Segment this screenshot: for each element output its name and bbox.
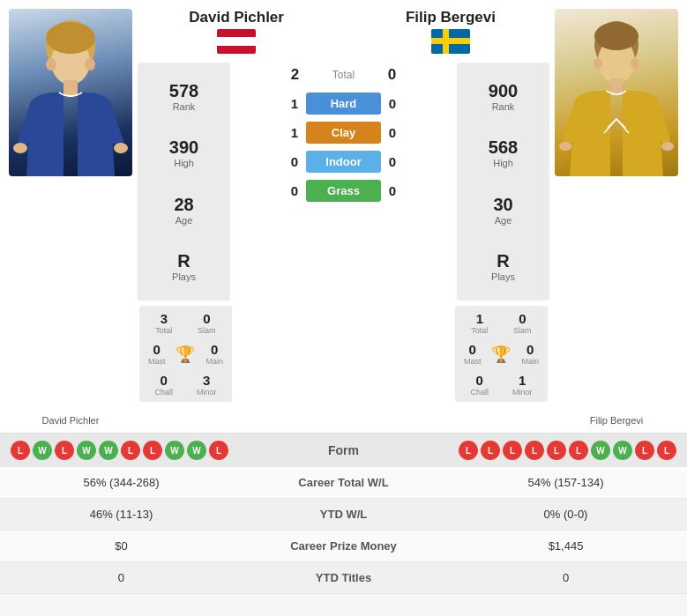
right-mast-lbl: Mast (464, 357, 482, 366)
left-minor-lbl: Minor (197, 388, 217, 397)
left-total-slam-row: 3 Total 0 Slam (143, 311, 228, 335)
right-minor-val: 1 (519, 373, 526, 388)
svg-point-17 (559, 142, 571, 151)
left-player-name: David Pichler (189, 9, 284, 26)
form-ball-left-w: W (165, 441, 184, 460)
right-slam-val: 0 (519, 311, 526, 326)
form-ball-right-l: L (635, 441, 654, 460)
right-minor-lbl: Minor (512, 388, 533, 397)
form-ball-right-w: W (613, 441, 632, 460)
left-total-val: 3 (161, 311, 168, 326)
form-ball-right-l: L (547, 441, 566, 460)
clay-right: 0 (381, 125, 404, 140)
right-plays-stat: R Plays (491, 251, 515, 282)
right-high-stat: 568 High (489, 137, 518, 168)
main-container: David Pichler Filip Bergevi (0, 0, 687, 594)
portrait-names-row: David Pichler Filip Bergevi (0, 411, 687, 433)
right-high-value: 568 (489, 137, 518, 158)
right-total-lbl: Total (471, 326, 488, 335)
total-right-score: 0 (379, 66, 406, 84)
players-top-area: David Pichler Filip Bergevi (0, 0, 687, 411)
indoor-button[interactable]: Indoor (306, 151, 381, 173)
stat-label-1: YTD W/L (243, 499, 444, 531)
left-main-lbl: Main (205, 357, 223, 366)
clay-button[interactable]: Clay (306, 122, 381, 144)
right-rank-stat: 900 Rank (489, 81, 518, 112)
stat-left-2: $0 (0, 531, 243, 562)
form-ball-right-l: L (569, 441, 588, 460)
indoor-right: 0 (381, 154, 404, 169)
stats-row-1: 46% (11-13)YTD W/L0% (0-0) (0, 499, 687, 531)
left-chall-val: 0 (161, 373, 168, 388)
svg-rect-12 (431, 38, 470, 44)
hard-row: 1 Hard 0 (234, 93, 453, 115)
svg-point-4 (13, 143, 27, 153)
left-player-portrait (9, 9, 132, 176)
form-ball-right-w: W (591, 441, 610, 460)
stats-row-0: 56% (344-268)Career Total W/L54% (157-13… (0, 467, 687, 499)
grass-button[interactable]: Grass (306, 180, 381, 202)
right-total-val: 1 (476, 311, 483, 326)
sub-stats-area: 3 Total 0 Slam 0 Mast 🏆 (138, 306, 549, 402)
sweden-flag-icon (431, 29, 470, 54)
hard-right: 0 (381, 96, 404, 111)
form-ball-left-w: W (33, 441, 52, 460)
right-high-label: High (493, 158, 513, 168)
right-chall-stat: 0 Chall (470, 373, 489, 397)
right-slam-lbl: Slam (513, 326, 532, 335)
svg-rect-9 (217, 37, 256, 46)
form-ball-right-l: L (481, 441, 500, 460)
form-section: LWLWWLLWWL Form LLLLLLWWLL (0, 433, 687, 467)
right-main-lbl: Main (521, 357, 539, 366)
left-slam-lbl: Slam (198, 326, 216, 335)
form-ball-left-l: L (121, 441, 140, 460)
svg-point-2 (46, 22, 95, 54)
total-label: Total (309, 69, 379, 81)
left-minor-stat: 3 Minor (197, 373, 217, 397)
grass-right: 0 (381, 183, 404, 198)
left-mast-lbl: Mast (148, 357, 166, 366)
total-left-score: 2 (282, 66, 309, 84)
stat-right-0: 54% (157-134) (444, 467, 687, 499)
right-age-value: 30 (493, 195, 512, 215)
left-chall-minor-row: 0 Chall 3 Minor (143, 373, 228, 397)
left-mast-stat: 0 Mast (148, 342, 166, 366)
sub-stats-spacer (232, 306, 455, 402)
left-portrait-bg (9, 9, 132, 176)
form-balls-right: LLLLLLWWLL (459, 441, 676, 460)
grass-row: 0 Grass 0 (234, 180, 453, 202)
cards-and-middle: 578 Rank 390 High 28 Age R Plays (138, 63, 549, 301)
left-player-silhouette (13, 13, 128, 176)
left-player-flag (217, 29, 256, 57)
left-sub-card: 3 Total 0 Slam 0 Mast 🏆 (139, 306, 232, 402)
svg-point-7 (85, 58, 95, 71)
grass-left: 0 (283, 183, 306, 198)
stat-left-0: 56% (344-268) (0, 467, 243, 499)
left-plays-label: Plays (172, 271, 196, 282)
form-ball-right-l: L (657, 441, 676, 460)
svg-rect-3 (63, 80, 78, 96)
right-chall-minor-row: 0 Chall 1 Minor (459, 373, 544, 397)
right-rank-value: 900 (489, 81, 518, 101)
right-total-stat: 1 Total (471, 311, 488, 335)
svg-point-18 (661, 142, 674, 151)
hard-left: 1 (283, 96, 306, 111)
stat-label-0: Career Total W/L (243, 467, 444, 499)
left-mast-val: 0 (153, 342, 161, 357)
form-ball-right-l: L (459, 441, 478, 460)
form-ball-left-l: L (209, 441, 228, 460)
svg-point-20 (631, 58, 639, 69)
right-chall-lbl: Chall (470, 388, 489, 397)
form-ball-left-w: W (77, 441, 96, 460)
clay-left: 1 (283, 125, 306, 140)
stat-label-3: YTD Titles (243, 562, 444, 594)
left-total-lbl: Total (155, 326, 172, 335)
left-plays-value: R (177, 251, 190, 271)
hard-button[interactable]: Hard (306, 93, 381, 115)
middle-controls: 2 Total 0 1 Hard 0 1 Clay 0 (234, 63, 453, 301)
right-mast-main-row: 0 Mast 🏆 0 Main (459, 342, 544, 366)
stat-right-2: $1,445 (444, 531, 687, 562)
form-ball-left-w: W (99, 441, 118, 460)
left-stat-card: 578 Rank 390 High 28 Age R Plays (138, 63, 230, 301)
austria-flag-icon (217, 29, 256, 54)
